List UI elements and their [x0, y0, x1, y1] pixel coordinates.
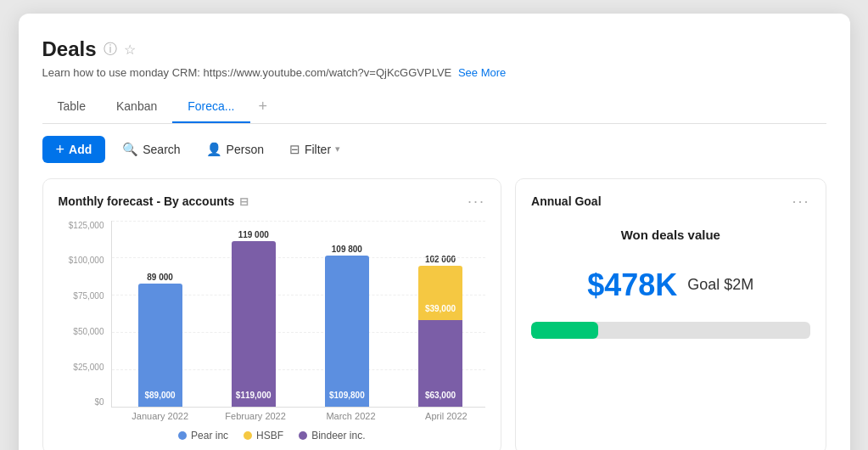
mar-bar-label: $109,800 — [325, 391, 369, 400]
y-label-75k: $75,000 — [73, 291, 104, 301]
goal-value: $478K — [587, 267, 677, 303]
apr-bar-bottom: $63,000 — [418, 320, 462, 407]
jan-bar: $89,000 — [138, 284, 182, 407]
title-row: Deals ⓘ ☆ — [42, 37, 826, 61]
search-icon: 🔍 — [122, 142, 138, 157]
person-button[interactable]: 👤 Person — [198, 137, 272, 162]
feb-bar: $119,000 — [232, 241, 276, 407]
goal-progress-bar — [531, 322, 809, 339]
y-axis: $125,000 $100,000 $75,000 $50,000 $25,00… — [59, 221, 111, 408]
chart-area: $125,000 $100,000 $75,000 $50,000 $25,00… — [59, 221, 486, 408]
apr-bar-top-label: $39,000 — [418, 304, 462, 313]
jan-bar-label: $89,000 — [138, 391, 182, 400]
y-label-50k: $50,000 — [73, 327, 104, 336]
chart-filter-icon[interactable]: ⊟ — [239, 195, 249, 208]
tabs-row: Table Kanban Foreca... + — [42, 91, 826, 124]
content-row: Monthly forecast - By accounts ⊟ ··· $12… — [42, 178, 826, 451]
chart-column-mar: 109 800 $109,800 — [309, 221, 385, 407]
goal-card: Annual Goal ··· Won deals value $478K Go… — [515, 178, 826, 451]
person-icon: 👤 — [206, 142, 222, 157]
y-label-25k: $25,000 — [73, 363, 104, 372]
feb-top-label: 119 000 — [238, 230, 269, 239]
goal-label: Goal $2M — [687, 276, 753, 294]
chart-column-apr: 102 000 $39,000 $63,000 — [402, 221, 479, 407]
apr-bar-group: $39,000 $63,000 — [418, 266, 462, 407]
chart-card-header: Monthly forecast - By accounts ⊟ ··· — [59, 193, 486, 211]
x-label-apr: April 2022 — [407, 411, 485, 421]
x-label-mar: March 2022 — [311, 411, 389, 421]
tab-forecast[interactable]: Foreca... — [172, 93, 249, 123]
jan-top-label: 89 000 — [147, 273, 173, 282]
goal-card-menu-button[interactable]: ··· — [792, 193, 809, 211]
main-window: Deals ⓘ ☆ Learn how to use monday CRM: h… — [19, 14, 850, 450]
toolbar: + Add 🔍 Search 👤 Person ⊟ Filter ▾ — [42, 136, 826, 163]
tab-kanban[interactable]: Kanban — [101, 93, 172, 123]
add-button[interactable]: + Add — [42, 136, 106, 163]
star-icon[interactable]: ☆ — [124, 42, 136, 58]
see-more-link[interactable]: See More — [458, 66, 506, 79]
legend-pear: Pear inc — [178, 430, 228, 442]
filter-button[interactable]: ⊟ Filter ▾ — [281, 137, 349, 162]
x-label-feb: February 2022 — [216, 411, 294, 421]
mar-bar: $109,800 — [325, 256, 369, 407]
chart-column-feb: 119 000 $119,000 — [216, 221, 292, 407]
mar-top-label: 109 800 — [332, 245, 362, 254]
tab-add[interactable]: + — [250, 91, 277, 124]
chart-column-jan: 89 000 $89,000 — [122, 221, 199, 407]
goal-card-header: Annual Goal ··· — [531, 193, 809, 211]
chart-card: Monthly forecast - By accounts ⊟ ··· $12… — [42, 178, 502, 451]
search-button[interactable]: 🔍 Search — [114, 137, 188, 162]
page-title: Deals — [42, 37, 97, 61]
plus-icon: + — [56, 142, 65, 157]
goal-card-title: Annual Goal — [531, 194, 601, 208]
filter-icon: ⊟ — [289, 142, 300, 157]
x-axis-labels: January 2022 February 2022 March 2022 Ap… — [59, 411, 486, 421]
legend-hsbf: HSBF — [244, 430, 283, 442]
legend-bindeer: Bindeer inc. — [299, 430, 365, 442]
legend-dot-hsbf — [244, 431, 252, 440]
tab-table[interactable]: Table — [42, 93, 101, 123]
subtitle: Learn how to use monday CRM: https://www… — [42, 66, 826, 79]
chart-title: Monthly forecast - By accounts ⊟ — [59, 194, 249, 208]
feb-bar-label: $119,000 — [232, 391, 276, 400]
y-label-125k: $125,000 — [69, 221, 104, 230]
y-label-100k: $100,000 — [69, 256, 104, 265]
chart-menu-button[interactable]: ··· — [468, 193, 485, 211]
legend-dot-pear — [178, 431, 187, 440]
apr-bar-bottom-label: $63,000 — [418, 391, 462, 400]
apr-top-label: 102 000 — [425, 255, 456, 264]
goal-card-subtitle: Won deals value — [531, 228, 809, 242]
chart-legend: Pear inc HSBF Bindeer inc. — [59, 430, 486, 442]
y-label-0: $0 — [94, 397, 104, 407]
apr-bar-top: $39,000 — [418, 266, 462, 320]
info-icon[interactable]: ⓘ — [104, 41, 117, 59]
chart-bars-area: 89 000 $89,000 119 000 $119,000 — [111, 221, 486, 408]
legend-dot-bindeer — [299, 431, 307, 440]
x-label-jan: January 2022 — [121, 411, 199, 421]
chevron-down-icon: ▾ — [335, 143, 340, 155]
goal-value-row: $478K Goal $2M — [531, 267, 809, 303]
goal-progress-fill — [531, 322, 597, 339]
